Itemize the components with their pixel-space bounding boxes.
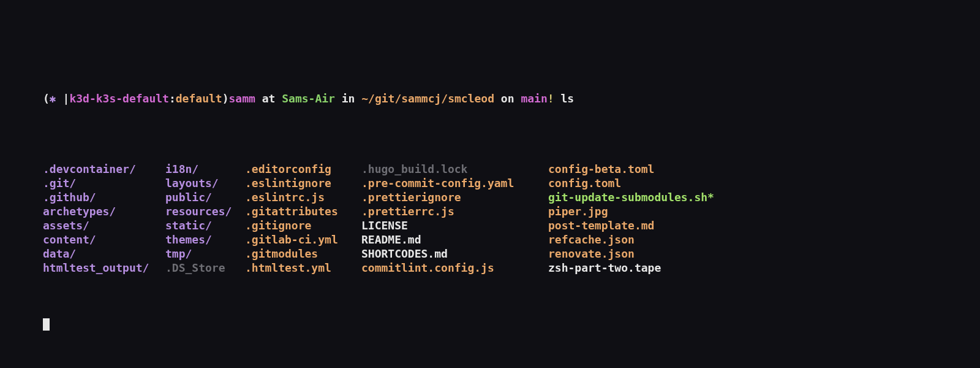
file-name: public/ (165, 190, 212, 204)
file-entry: LICENSE (361, 218, 548, 232)
file-entry: piper.jpg (548, 204, 714, 218)
file-entry: resources/ (165, 204, 245, 218)
file-entry: .eslintrc.js (245, 190, 361, 204)
prompt-line: (✱ |k3d-k3s-default:default)samm at Sams… (43, 91, 937, 105)
ls-col-2: i18n/layouts/public/resources/static/the… (165, 162, 245, 275)
terminal[interactable]: (✱ |k3d-k3s-default:default)samm at Sams… (0, 0, 980, 346)
file-entry: .hugo_build.lock (361, 162, 548, 176)
file-entry: .gitignore (245, 218, 361, 232)
file-name: commitlint.config.js (361, 261, 494, 275)
file-name: resources/ (165, 204, 232, 218)
file-name: config.toml (548, 176, 621, 190)
file-name: config-beta.toml (548, 162, 654, 176)
file-entry: .prettierrc.js (361, 204, 548, 218)
file-name: themes/ (165, 232, 212, 247)
ls-output: .devcontainer/.git/.github/archetypes/as… (43, 162, 937, 275)
file-name: i18n/ (165, 162, 198, 176)
file-name: refcache.json (548, 232, 635, 247)
file-entry: .gitattributes (245, 204, 361, 218)
file-name: .prettierrc.js (361, 204, 454, 218)
prompt-on: on (494, 91, 521, 105)
file-entry: static/ (165, 218, 245, 232)
ls-col-1: .devcontainer/.git/.github/archetypes/as… (43, 162, 165, 275)
file-name: renovate.json (548, 247, 635, 261)
file-entry: .editorconfig (245, 162, 361, 176)
file-name: post-template.md (548, 218, 654, 232)
file-entry: commitlint.config.js (361, 261, 548, 275)
file-entry: config.toml (548, 176, 714, 190)
file-entry: themes/ (165, 232, 245, 247)
file-name: .htmltest.yml (245, 261, 331, 275)
file-name: .DS_Store (165, 261, 225, 275)
file-name: .gitmodules (245, 247, 318, 261)
file-entry: renovate.json (548, 247, 714, 261)
prompt-host: Sams-Air (282, 91, 335, 105)
file-entry: i18n/ (165, 162, 245, 176)
prompt-in: in (335, 91, 361, 105)
file-name: piper.jpg (548, 204, 608, 218)
prompt-pipe: | (63, 91, 70, 105)
file-entry: SHORTCODES.md (361, 247, 548, 261)
file-name: .pre-commit-config.yaml (361, 176, 514, 190)
prompt-close: ) (222, 91, 229, 105)
file-name: .gitignore (245, 218, 311, 232)
k8s-namespace: default (176, 91, 222, 105)
ls-col-3: .editorconfig.eslintignore.eslintrc.js.g… (245, 162, 361, 275)
file-entry: .github/ (43, 190, 165, 204)
file-name: tmp/ (165, 247, 192, 261)
file-entry: refcache.json (548, 232, 714, 247)
file-name: .editorconfig (245, 162, 331, 176)
file-entry: data/ (43, 247, 165, 261)
file-entry: .pre-commit-config.yaml (361, 176, 548, 190)
file-name: .eslintrc.js (245, 190, 325, 204)
file-name: .devcontainer/ (43, 162, 136, 176)
k8s-context: k3d-k3s-default (69, 91, 169, 105)
file-name: .eslintignore (245, 176, 331, 190)
command-input[interactable]: ls (554, 91, 575, 105)
cursor-icon (43, 318, 50, 331)
file-name: archetypes/ (43, 204, 116, 218)
file-name: .github/ (43, 190, 96, 204)
file-entry: config-beta.toml (548, 162, 714, 176)
prompt-at: at (255, 91, 282, 105)
file-name: content/ (43, 232, 96, 247)
prompt-colon: : (169, 91, 176, 105)
file-entry: .htmltest.yml (245, 261, 361, 275)
file-name: SHORTCODES.md (361, 247, 448, 261)
file-name: .gitlab-ci.yml (245, 232, 338, 247)
file-name: data/ (43, 247, 76, 261)
file-entry: .eslintignore (245, 176, 361, 190)
file-entry: .gitlab-ci.yml (245, 232, 361, 247)
git-dirty-icon: ! (548, 91, 554, 105)
file-name: htmltest_output/ (43, 261, 149, 275)
prompt-user: samm (228, 91, 255, 105)
file-entry: public/ (165, 190, 245, 204)
ls-col-4: .hugo_build.lock.pre-commit-config.yaml.… (361, 162, 548, 275)
file-entry: .prettierignore (361, 190, 548, 204)
file-entry: git-update-submodules.sh* (548, 190, 714, 204)
file-name: zsh-part-two.tape (548, 261, 661, 275)
ls-col-5: config-beta.tomlconfig.tomlgit-update-su… (548, 162, 714, 275)
file-name: .prettierignore (361, 190, 461, 204)
file-entry: zsh-part-two.tape (548, 261, 714, 275)
file-name: .gitattributes (245, 204, 338, 218)
file-entry: tmp/ (165, 247, 245, 261)
file-entry: htmltest_output/ (43, 261, 165, 275)
file-entry: content/ (43, 232, 165, 247)
file-entry: .git/ (43, 176, 165, 190)
file-entry: .DS_Store (165, 261, 245, 275)
prompt-star-icon: ✱ (50, 91, 63, 105)
file-name: .git/ (43, 176, 76, 190)
prompt-path: ~/git/sammcj/smcleod (361, 91, 494, 105)
file-entry: post-template.md (548, 218, 714, 232)
file-entry: layouts/ (165, 176, 245, 190)
git-branch: main (521, 91, 547, 105)
file-name: .hugo_build.lock (361, 162, 467, 176)
file-entry: .gitmodules (245, 247, 361, 261)
file-entry: .devcontainer/ (43, 162, 165, 176)
file-name: README.md (361, 232, 421, 247)
file-name: LICENSE (361, 218, 408, 232)
prompt-open: ( (43, 91, 50, 105)
cursor-line[interactable] (43, 317, 937, 332)
exec-marker-icon: * (707, 190, 714, 204)
